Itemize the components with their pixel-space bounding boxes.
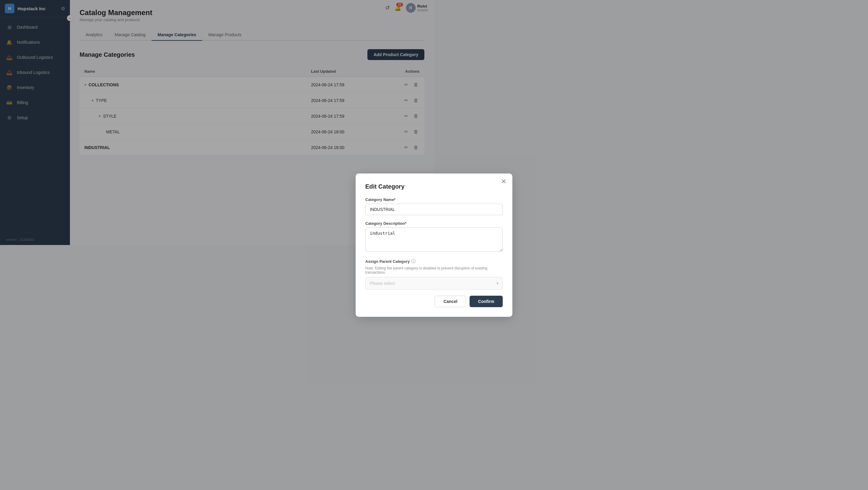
category-name-input[interactable] [365, 204, 434, 215]
modal-title: Edit Category [365, 183, 434, 190]
category-description-label: Category Description* [365, 221, 434, 226]
edit-category-modal: Edit Category ✕ Category Name* Category … [355, 173, 434, 245]
category-description-input[interactable]: industrial [365, 228, 434, 245]
category-name-label: Category Name* [365, 197, 434, 202]
modal-overlay[interactable]: Edit Category ✕ Category Name* Category … [0, 0, 434, 245]
category-name-group: Category Name* [365, 197, 434, 215]
category-description-group: Category Description* industrial [365, 221, 434, 245]
